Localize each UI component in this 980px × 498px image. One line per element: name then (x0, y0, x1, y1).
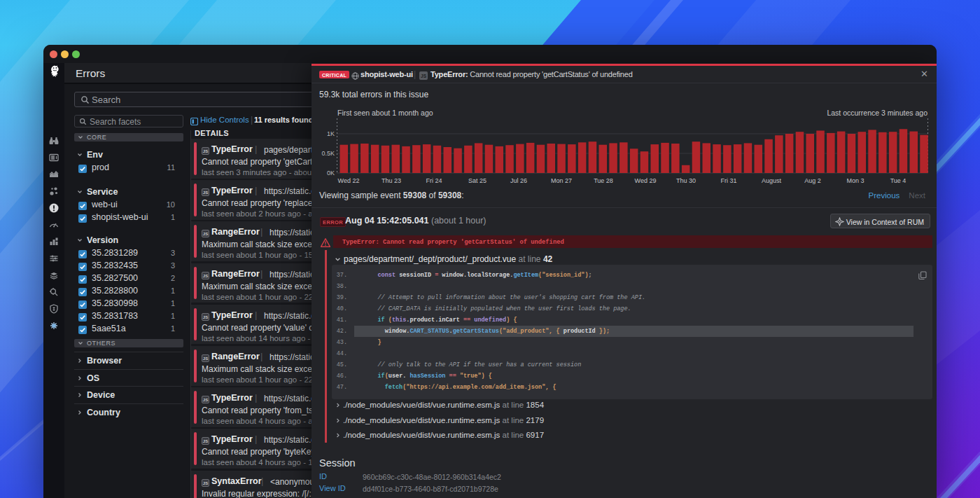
svg-text:Sat 25: Sat 25 (468, 177, 486, 184)
svg-text:Tue 4: Tue 4 (890, 177, 906, 184)
svg-text:Thu 30: Thu 30 (676, 177, 696, 184)
svg-text:Mon 3: Mon 3 (846, 177, 864, 184)
svg-text:JS: JS (203, 398, 208, 402)
svg-text:JS: JS (203, 191, 208, 195)
svg-text:JS: JS (203, 315, 208, 319)
svg-text:0.5K: 0.5K (321, 150, 335, 157)
svg-text:Wed 22: Wed 22 (338, 177, 360, 184)
svg-text:Aug 2: Aug 2 (804, 177, 821, 184)
svg-text:Mon 27: Mon 27 (551, 177, 572, 184)
svg-text:Jul 26: Jul 26 (510, 177, 527, 184)
svg-text:1K: 1K (327, 130, 335, 137)
svg-text:Fri 24: Fri 24 (426, 177, 442, 184)
svg-text:JS: JS (203, 274, 208, 278)
svg-text:JS: JS (203, 439, 208, 443)
svg-text:August: August (762, 177, 782, 184)
svg-text:0K: 0K (327, 170, 335, 177)
svg-text:Thu 23: Thu 23 (382, 177, 401, 184)
svg-text:Tue 28: Tue 28 (594, 177, 613, 184)
svg-text:Wed 29: Wed 29 (635, 177, 657, 184)
svg-text:Fri 31: Fri 31 (720, 177, 736, 184)
svg-text:JS: JS (203, 232, 208, 236)
svg-text:JS: JS (203, 481, 208, 485)
svg-text:JS: JS (421, 74, 427, 78)
svg-text:JS: JS (203, 149, 208, 153)
svg-text:JS: JS (203, 357, 208, 361)
